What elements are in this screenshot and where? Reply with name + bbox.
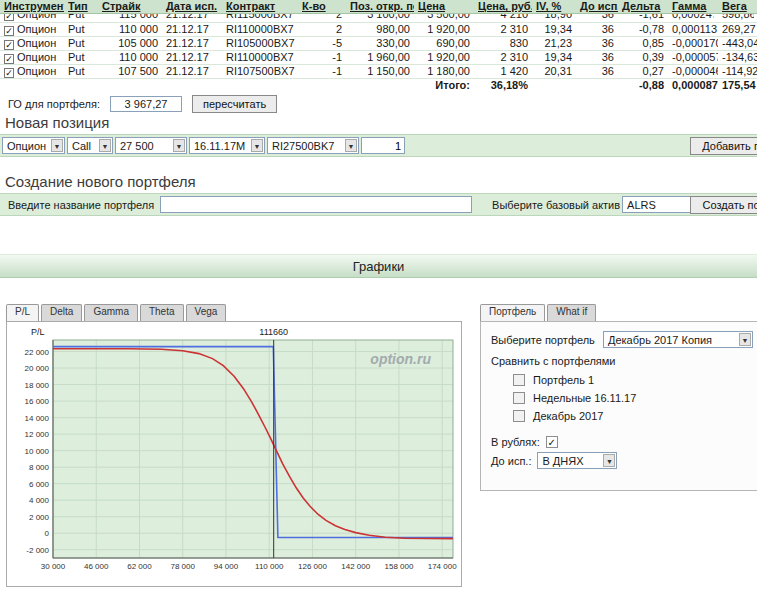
totals-delta: -0,88 bbox=[618, 78, 668, 92]
cell: Опцион bbox=[0, 22, 64, 36]
cell: 21,23 bbox=[532, 36, 576, 50]
cell: RI110000BX7 bbox=[222, 22, 298, 36]
tab-what-if[interactable]: What if bbox=[547, 304, 596, 321]
svg-text:0: 0 bbox=[45, 529, 50, 538]
cell: Put bbox=[64, 64, 98, 78]
cell: 1 180,00 bbox=[414, 64, 474, 78]
totals-label: Итого: bbox=[414, 78, 474, 92]
cell: 1 420 bbox=[474, 64, 532, 78]
cell: 110 000 bbox=[98, 50, 162, 64]
svg-text:126 000: 126 000 bbox=[298, 562, 327, 571]
cell: Опцион bbox=[0, 13, 64, 22]
col-iv[interactable]: IV, % bbox=[532, 0, 576, 13]
col-exp-date[interactable]: Дата исп. bbox=[162, 0, 222, 13]
chevron-down-icon: ▼ bbox=[739, 333, 751, 346]
recalculate-button[interactable]: пересчитать bbox=[192, 95, 277, 113]
col-strike[interactable]: Страйк bbox=[98, 0, 162, 13]
chart-tabs: P/L Delta Gamma Theta Vega bbox=[6, 304, 226, 321]
col-price-rub[interactable]: Цена, руб. bbox=[474, 0, 532, 13]
cell bbox=[0, 78, 414, 92]
col-delta[interactable]: Дельта bbox=[618, 0, 668, 13]
row-checkbox[interactable] bbox=[4, 14, 14, 21]
new-portfolio-form: Введите название портфеля Выберите базов… bbox=[0, 193, 757, 216]
cell: 2 310 bbox=[474, 22, 532, 36]
pl-chart: 30 00046 00062 00078 00094 000110 000126… bbox=[7, 322, 461, 586]
cell: Put bbox=[64, 13, 98, 22]
compare-option-label: Портфель 1 bbox=[533, 374, 594, 386]
cell: -0,78 bbox=[618, 22, 668, 36]
cell: 598,86 bbox=[718, 13, 757, 22]
cell: 36 bbox=[576, 22, 618, 36]
add-position-button[interactable]: Добавить позицию bbox=[690, 137, 757, 155]
cell: 1 960,00 bbox=[346, 50, 414, 64]
compare-checkbox[interactable] bbox=[513, 392, 525, 404]
portfolio-name-input[interactable] bbox=[160, 196, 472, 213]
tab-theta[interactable]: Theta bbox=[140, 304, 184, 321]
rubles-label: В рублях: bbox=[491, 436, 540, 448]
cell: 4 210 bbox=[474, 13, 532, 22]
days-select[interactable]: В ДНЯХ▼ bbox=[537, 452, 617, 469]
chevron-down-icon: ▼ bbox=[173, 139, 185, 152]
cell: 330,00 bbox=[346, 36, 414, 50]
cell: 36 bbox=[576, 64, 618, 78]
row-checkbox[interactable] bbox=[4, 68, 14, 78]
col-type[interactable]: Тип bbox=[64, 0, 98, 13]
col-contract[interactable]: Контракт bbox=[222, 0, 298, 13]
compare-option-label: Декабрь 2017 bbox=[533, 410, 603, 422]
tab-gamma[interactable]: Gamma bbox=[84, 304, 138, 321]
table-row-clipped: Опцион Put 115 000 21.12.17 RI115000BX7 … bbox=[0, 13, 757, 22]
cell: -0,000057 bbox=[668, 50, 718, 64]
cell: 115 000 bbox=[98, 13, 162, 22]
cell: 36 bbox=[576, 50, 618, 64]
contract-select[interactable]: RI27500BK7▼ bbox=[267, 137, 359, 154]
expiry-select[interactable]: 16.11.17М▼ bbox=[189, 137, 265, 154]
cell: Put bbox=[64, 36, 98, 50]
portfolio-select[interactable]: Декабрь 2017 Копия▼ bbox=[603, 331, 753, 348]
col-gamma[interactable]: Гамма bbox=[668, 0, 718, 13]
cell: 2 bbox=[298, 13, 346, 22]
tab-portfolio[interactable]: Портфель bbox=[480, 304, 545, 321]
col-instrument[interactable]: Инструмент bbox=[0, 0, 64, 13]
tab-vega[interactable]: Vega bbox=[186, 304, 227, 321]
cell: 21.12.17 bbox=[162, 64, 222, 78]
row-checkbox[interactable] bbox=[4, 40, 14, 50]
option-type-select[interactable]: Call▼ bbox=[67, 137, 113, 154]
cell: -134,63 bbox=[718, 50, 757, 64]
col-vega[interactable]: Вега bbox=[718, 0, 757, 13]
cell: 980,00 bbox=[346, 22, 414, 36]
svg-text:P/L: P/L bbox=[31, 327, 45, 337]
tab-pl[interactable]: P/L bbox=[6, 304, 39, 321]
col-open-pos[interactable]: Поз. откр. по bbox=[346, 0, 414, 13]
table-header-row: Инструмент Тип Страйк Дата исп. Контракт… bbox=[0, 0, 757, 13]
cell: RI115000BX7 bbox=[222, 13, 298, 22]
cell: 0,000113 bbox=[668, 22, 718, 36]
cell: 36 bbox=[576, 36, 618, 50]
new-portfolio-title: Создание нового портфеля bbox=[5, 173, 757, 191]
cell: 19,34 bbox=[532, 50, 576, 64]
portfolio-name-label: Введите название портфеля bbox=[8, 199, 154, 211]
chevron-down-icon: ▼ bbox=[99, 139, 111, 152]
col-price[interactable]: Цена bbox=[414, 0, 474, 13]
base-asset-label: Выберите базовый актив bbox=[492, 199, 620, 211]
cell: 2 310 bbox=[474, 50, 532, 64]
cell: 3 100,00 bbox=[346, 13, 414, 22]
svg-text:110 000: 110 000 bbox=[255, 562, 284, 571]
col-qty[interactable]: К-во bbox=[298, 0, 346, 13]
rubles-checkbox[interactable] bbox=[546, 436, 558, 448]
compare-checkbox[interactable] bbox=[513, 374, 525, 386]
cell: -114,92 bbox=[718, 64, 757, 78]
compare-checkbox[interactable] bbox=[513, 410, 525, 422]
col-days[interactable]: До исп. bbox=[576, 0, 618, 13]
cell: 0,000247 bbox=[668, 13, 718, 22]
svg-text:2 000: 2 000 bbox=[29, 513, 50, 522]
instrument-select[interactable]: Опцион▼ bbox=[2, 137, 65, 154]
row-checkbox[interactable] bbox=[4, 54, 14, 64]
strike-select[interactable]: 27 500▼ bbox=[115, 137, 187, 154]
svg-text:46 000: 46 000 bbox=[84, 562, 109, 571]
svg-text:158 000: 158 000 bbox=[384, 562, 413, 571]
tab-delta[interactable]: Delta bbox=[41, 304, 82, 321]
row-checkbox[interactable] bbox=[4, 26, 14, 36]
create-portfolio-button[interactable]: Создать портфель bbox=[690, 196, 757, 214]
portfolio-panel: Выберите портфель Декабрь 2017 Копия▼ Ср… bbox=[480, 321, 757, 491]
quantity-input[interactable] bbox=[361, 137, 405, 154]
